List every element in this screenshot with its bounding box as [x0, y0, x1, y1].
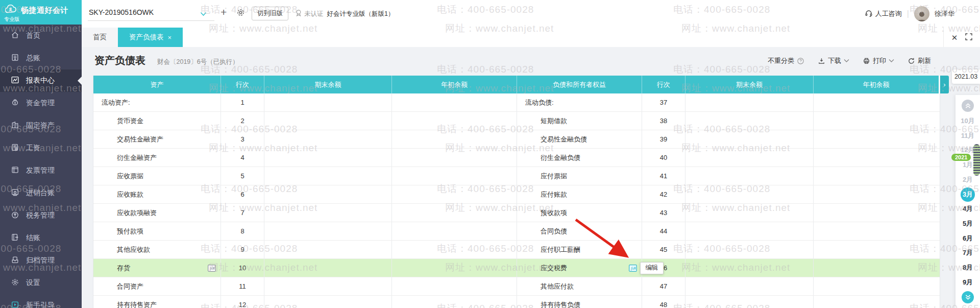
liability-closing-balance-cell[interactable]	[685, 222, 814, 240]
asset-name-cell[interactable]: 存货fx	[93, 259, 221, 277]
user-name[interactable]: 徐泽华	[935, 9, 954, 18]
liability-name-cell[interactable]: 衍生金融负债	[517, 149, 642, 167]
month-item[interactable]: 10月	[955, 114, 980, 128]
asset-name-cell[interactable]: 其他应收款	[93, 241, 221, 258]
asset-closing-balance-cell[interactable]	[264, 204, 392, 222]
formula-fx-icon-active[interactable]: fx	[629, 265, 637, 272]
liability-closing-balance-cell[interactable]	[685, 204, 814, 222]
liability-name-cell[interactable]: 流动负债:	[517, 93, 642, 111]
sidebar-item-guide[interactable]: 新手引导	[0, 294, 82, 308]
formula-fx-icon[interactable]: fx	[208, 265, 216, 272]
sidebar-item-salary[interactable]: 工资	[0, 137, 82, 159]
month-item[interactable]: 3月	[955, 187, 980, 202]
month-scroll-up-icon[interactable]	[962, 100, 974, 112]
download-button[interactable]: 下载	[818, 56, 849, 65]
liability-closing-balance-cell[interactable]	[685, 277, 814, 295]
tab-home[interactable]: 首页	[82, 28, 118, 47]
sidebar-item-inventory-ledger[interactable]: 进销台账	[0, 182, 82, 204]
asset-closing-balance-cell[interactable]	[264, 167, 392, 185]
asset-opening-balance-cell[interactable]	[392, 185, 517, 203]
asset-opening-balance-cell[interactable]	[392, 167, 517, 185]
avatar[interactable]	[914, 6, 929, 21]
liability-name-cell[interactable]: 预收款项	[517, 204, 642, 222]
liability-opening-balance-cell[interactable]	[814, 130, 939, 148]
asset-closing-balance-cell[interactable]	[264, 149, 392, 167]
sidebar-item-report-center[interactable]: 报表中心	[0, 69, 82, 92]
month-item[interactable]: 9月	[955, 275, 980, 290]
liability-opening-balance-cell[interactable]	[814, 93, 939, 111]
liability-closing-balance-cell[interactable]	[685, 241, 814, 258]
switch-old-version-button[interactable]: 切到旧版	[252, 7, 288, 20]
question-circle-icon[interactable]	[797, 57, 804, 65]
sidebar-item-tax[interactable]: 税务管理	[0, 204, 82, 227]
asset-name-cell[interactable]: 合同资产	[93, 277, 221, 295]
liability-opening-balance-cell[interactable]	[814, 222, 939, 240]
certification-area[interactable]: 未认证 好会计专业版（新版1）	[295, 9, 394, 18]
print-button[interactable]: 打印	[863, 56, 894, 65]
new-account-set-button[interactable]: +	[220, 7, 227, 17]
asset-name-cell[interactable]: 预付款项	[93, 222, 221, 240]
support-button[interactable]: 人工咨询	[865, 9, 902, 19]
sidebar-item-home[interactable]: 首页	[0, 25, 82, 47]
no-reclassify-toggle[interactable]: 不重分类	[768, 56, 804, 65]
sidebar-item-settings[interactable]: 设置	[0, 272, 82, 294]
tab-balance-sheet[interactable]: 资产负债表×	[118, 28, 183, 47]
sidebar-item-general-ledger[interactable]: 总账	[0, 47, 82, 69]
asset-closing-balance-cell[interactable]	[264, 241, 392, 258]
liability-closing-balance-cell[interactable]	[685, 185, 814, 203]
month-item[interactable]: 4月	[955, 202, 980, 216]
asset-opening-balance-cell[interactable]	[392, 259, 517, 277]
asset-name-cell[interactable]: 流动资产:	[93, 93, 221, 111]
liability-closing-balance-cell[interactable]	[685, 112, 814, 130]
asset-name-cell[interactable]: 交易性金融资产	[93, 130, 221, 148]
asset-closing-balance-cell[interactable]	[264, 259, 392, 277]
asset-closing-balance-cell[interactable]	[264, 93, 392, 111]
settings-gear-icon[interactable]	[236, 8, 245, 19]
liability-closing-balance-cell[interactable]	[685, 296, 814, 308]
asset-name-cell[interactable]: 应收账款	[93, 185, 221, 203]
asset-name-cell[interactable]: 应收款项融资	[93, 204, 221, 222]
asset-opening-balance-cell[interactable]	[392, 222, 517, 240]
asset-closing-balance-cell[interactable]	[264, 296, 392, 308]
liability-name-cell[interactable]: 合同负债	[517, 222, 642, 240]
month-item[interactable]: 8月	[955, 260, 980, 275]
asset-opening-balance-cell[interactable]	[392, 130, 517, 148]
account-set-chevron-down-icon[interactable]	[200, 9, 207, 18]
asset-name-cell[interactable]: 应收票据	[93, 167, 221, 185]
page-scrollbar-thumb[interactable]	[973, 144, 980, 176]
fullscreen-icon[interactable]	[965, 33, 972, 41]
liability-name-cell[interactable]: 持有待售负债	[517, 296, 642, 308]
liability-name-cell[interactable]: 应交税费fx	[517, 259, 642, 277]
month-scroll-down-icon[interactable]	[962, 291, 974, 303]
asset-name-cell[interactable]: 衍生金融资产	[93, 149, 221, 167]
sidebar-item-fixed-assets[interactable]: 固定资产	[0, 114, 82, 137]
liability-opening-balance-cell[interactable]	[814, 149, 939, 167]
liability-opening-balance-cell[interactable]	[814, 259, 939, 277]
tab-close-icon[interactable]: ×	[168, 34, 172, 41]
liability-opening-balance-cell[interactable]	[814, 185, 939, 203]
liability-closing-balance-cell[interactable]	[685, 130, 814, 148]
asset-closing-balance-cell[interactable]	[264, 130, 392, 148]
asset-name-cell[interactable]: 持有待售资产	[93, 296, 221, 308]
liability-opening-balance-cell[interactable]	[814, 204, 939, 222]
liability-opening-balance-cell[interactable]	[814, 277, 939, 295]
asset-closing-balance-cell[interactable]	[264, 185, 392, 203]
asset-opening-balance-cell[interactable]	[392, 204, 517, 222]
asset-closing-balance-cell[interactable]	[264, 112, 392, 130]
liability-closing-balance-cell[interactable]	[685, 149, 814, 167]
account-set-name[interactable]: SKY-20190516OWK	[89, 8, 154, 16]
close-tab-icon[interactable]: ✕	[951, 34, 958, 41]
asset-opening-balance-cell[interactable]	[392, 112, 517, 130]
liability-opening-balance-cell[interactable]	[814, 241, 939, 258]
period-selector[interactable]: 2021.03	[952, 69, 980, 84]
asset-closing-balance-cell[interactable]	[264, 277, 392, 295]
table-scroll-right-button[interactable]: ›	[940, 76, 949, 93]
month-item[interactable]: 5月	[955, 217, 980, 231]
liability-closing-balance-cell[interactable]	[685, 167, 814, 185]
asset-opening-balance-cell[interactable]	[392, 296, 517, 308]
liability-name-cell[interactable]: 其他应付款	[517, 277, 642, 295]
sidebar-item-closing[interactable]: 结账	[0, 227, 82, 249]
asset-opening-balance-cell[interactable]	[392, 149, 517, 167]
refresh-button[interactable]: 刷新	[908, 56, 931, 65]
sidebar-item-archive[interactable]: 归档管理	[0, 249, 82, 272]
